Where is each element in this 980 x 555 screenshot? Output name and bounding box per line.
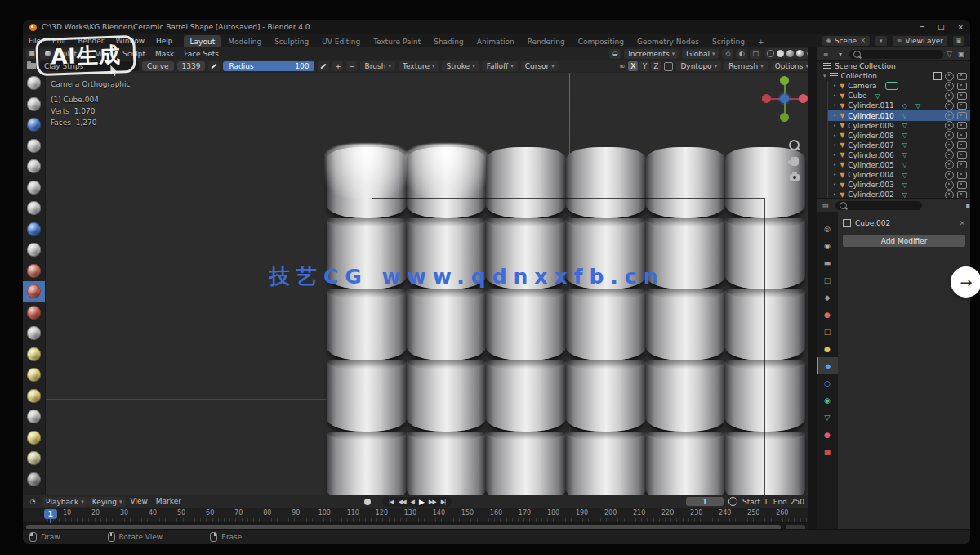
brush-scrape[interactable] (23, 323, 45, 344)
brush-elastic-deform[interactable] (23, 386, 45, 407)
blender-logo-icon[interactable] (29, 24, 37, 31)
solid-shading-icon[interactable] (777, 50, 784, 57)
render-visibility-icon[interactable] (957, 92, 967, 100)
disclosure-dot[interactable]: • (833, 83, 836, 89)
prev-keyframe-button[interactable]: ◀◀ (397, 499, 408, 505)
playhead[interactable]: 1 (44, 509, 57, 519)
symmetry-axis-button[interactable]: X (628, 61, 638, 71)
timeline-menu-item[interactable]: Playback (42, 497, 88, 507)
brush-clay[interactable] (23, 114, 45, 136)
tool-settings-dropdown[interactable]: Falloff (483, 61, 518, 71)
disclosure-dot[interactable]: • (833, 132, 836, 139)
viewport-menu-item[interactable]: Face Sets (179, 50, 224, 58)
workspace-tab[interactable]: UV Editing (315, 35, 367, 47)
disclosure-dot[interactable]: • (833, 123, 836, 129)
axis-z-negative[interactable] (780, 113, 789, 122)
tool-settings-dropdown[interactable]: Remesh (724, 61, 768, 71)
add-modifier-button[interactable]: Add Modifier (843, 235, 965, 247)
viewport-menu-item[interactable]: Mask (150, 50, 179, 58)
workspace-tab[interactable]: Sculpting (268, 35, 315, 47)
outliner-options-icon[interactable]: ▣ (956, 49, 967, 59)
timeline-menu-item[interactable]: View (126, 497, 151, 507)
next-keyframe-button[interactable]: ▶▶ (427, 499, 438, 505)
increase-button[interactable]: + (332, 61, 343, 71)
hide-eye-icon[interactable] (945, 72, 954, 81)
render-visibility-icon[interactable] (957, 102, 967, 110)
hide-eye-icon[interactable] (945, 101, 954, 110)
menu-item[interactable]: Help (150, 36, 179, 46)
outliner-search-input[interactable] (849, 50, 943, 59)
disclosure-dot[interactable]: • (833, 172, 836, 178)
render-visibility-icon[interactable] (957, 112, 967, 119)
symmetry-axis-button[interactable]: Y (639, 61, 649, 71)
outliner-item[interactable]: • ▼ Cylinder.003 ◇ ▽ (828, 180, 970, 190)
brush-nudge[interactable] (23, 469, 45, 490)
snap-magnet-icon[interactable]: ◒ (609, 49, 621, 59)
render-visibility-icon[interactable] (957, 122, 967, 129)
brush-inflate[interactable] (23, 198, 45, 219)
hide-eye-icon[interactable] (945, 141, 954, 150)
render-visibility-icon[interactable] (957, 172, 967, 179)
brush-grab[interactable] (23, 365, 45, 386)
axis-x-positive[interactable] (799, 94, 808, 103)
render-visibility-icon[interactable] (957, 141, 967, 149)
rendered-shading-icon[interactable] (796, 50, 804, 57)
panel-divider[interactable] (808, 47, 817, 530)
orientation-dropdown[interactable]: Global (682, 49, 719, 59)
brush-blob[interactable] (23, 219, 45, 240)
end-value[interactable]: 250 (791, 498, 804, 506)
keying-circle-icon[interactable] (728, 497, 737, 506)
radius-slider[interactable]: Radius 100 (223, 61, 314, 71)
outliner-item[interactable]: • ▼ Cylinder.004 ◇ ▽ (828, 170, 970, 180)
axis-center[interactable] (780, 94, 789, 103)
disclosure-dot[interactable]: • (833, 113, 836, 119)
workspace-tab[interactable]: Compositing (572, 35, 630, 47)
tool-settings-dropdown[interactable]: Texture (399, 61, 439, 71)
workspace-tab[interactable]: Geometry Nodes (630, 35, 706, 47)
scene-collection-row[interactable]: Scene Collection (817, 61, 970, 71)
properties-options-icon[interactable]: ▪ (962, 200, 970, 210)
brush-clay-strips[interactable] (23, 136, 45, 157)
collection-row[interactable]: ▾ Collection (817, 71, 970, 81)
dyntopo-dropdown[interactable]: Dyntopo (676, 61, 721, 71)
workspace-tab[interactable]: Modeling (221, 35, 268, 47)
tool-settings-dropdown[interactable]: Cursor (521, 61, 559, 71)
brush-pinch[interactable] (23, 344, 45, 365)
workspace-tab[interactable]: + (751, 35, 771, 47)
exclude-checkbox-icon[interactable] (933, 72, 942, 80)
next-arrow-button[interactable]: → (951, 266, 980, 298)
outliner-item[interactable]: • ▼ Camera ◇ ▽ (828, 81, 970, 91)
xray-icon[interactable]: □ (750, 49, 761, 59)
hide-eye-icon[interactable] (945, 111, 954, 120)
brush-fill[interactable] (23, 302, 45, 324)
timeline-menu-item[interactable]: Keying (88, 497, 127, 507)
render-visibility-icon[interactable] (957, 73, 967, 80)
outliner-item[interactable]: • ▼ Cylinder.009 ◇ ▽ (828, 121, 970, 131)
curve-button[interactable]: Curve (142, 61, 174, 71)
browse-scene-button[interactable]: ▾ (875, 35, 888, 47)
tool-settings-dropdown[interactable]: Stroke (442, 61, 479, 71)
brush-smooth[interactable] (23, 261, 45, 282)
move-view-icon[interactable] (791, 157, 799, 166)
tool-settings-dropdown[interactable]: Brush (360, 61, 395, 71)
brush-crease[interactable] (23, 239, 45, 261)
snap-dropdown[interactable]: Increments (624, 49, 679, 59)
workspace-tab[interactable]: Animation (470, 35, 521, 47)
workspace-tab[interactable]: Texture Paint (367, 35, 427, 47)
overlays-icon[interactable]: ◐ (736, 49, 747, 59)
view-layer-settings-button[interactable]: ▣ (952, 35, 965, 47)
render-visibility-icon[interactable] (957, 151, 967, 159)
hide-eye-icon[interactable] (945, 92, 954, 101)
auto-key-icon[interactable] (364, 499, 371, 505)
disclosure-dot[interactable]: • (833, 142, 836, 149)
disclosure-dot[interactable]: • (833, 102, 836, 109)
jump-to-start-button[interactable]: |◀ (387, 499, 395, 505)
brush-layer[interactable] (23, 177, 45, 199)
timeline-ruler[interactable]: 1020304050607080901001101201301401501601… (23, 508, 808, 523)
brush-clay-thumb[interactable] (23, 156, 45, 177)
disclosure-dot[interactable]: • (833, 152, 836, 159)
brush-snake-hook[interactable] (23, 406, 45, 427)
wireframe-shading-icon[interactable] (767, 50, 774, 57)
workspace-tab[interactable]: Shading (427, 35, 470, 47)
brush-pose[interactable] (23, 448, 45, 469)
